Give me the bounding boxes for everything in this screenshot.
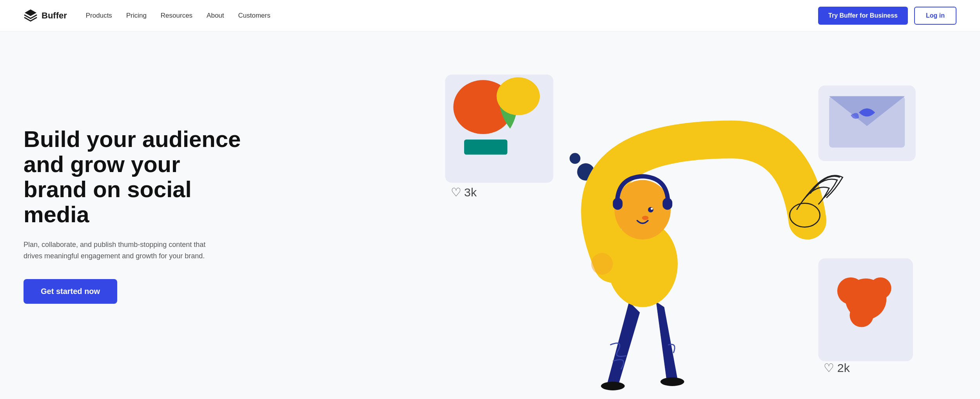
svg-point-15 [651, 208, 653, 210]
hero-title: Build your audience and grow your brand … [24, 127, 243, 227]
svg-point-6 [661, 377, 684, 386]
svg-point-14 [648, 207, 653, 212]
hero-content: Build your audience and grow your brand … [24, 127, 243, 304]
login-button[interactable]: Log in [914, 7, 956, 25]
svg-rect-12 [662, 198, 672, 210]
card1-like: 3k [464, 186, 477, 199]
logo-link[interactable]: Buffer [24, 9, 67, 23]
svg-rect-3 [464, 140, 507, 155]
svg-point-9 [797, 210, 818, 231]
try-buffer-button[interactable]: Try Buffer for Business [818, 7, 908, 25]
get-started-button[interactable]: Get started now [24, 279, 117, 304]
svg-text:♡: ♡ [824, 361, 834, 374]
svg-point-2 [497, 77, 540, 115]
svg-point-22 [870, 277, 891, 299]
nav-item-customers[interactable]: Customers [238, 12, 270, 19]
logo-text: Buffer [42, 11, 67, 21]
hero-subtitle: Plan, collaborate, and publish thumb-sto… [24, 239, 212, 262]
buffer-logo-icon [24, 9, 38, 23]
svg-point-23 [850, 303, 874, 327]
svg-text:♡: ♡ [451, 186, 461, 199]
svg-rect-11 [613, 198, 622, 210]
nav-item-resources[interactable]: Resources [161, 12, 192, 19]
svg-point-5 [601, 382, 625, 390]
card-abstract: ♡ 3k [445, 74, 554, 198]
nav-links: Products Pricing Resources About Custome… [86, 12, 270, 20]
nav-item-about[interactable]: About [207, 12, 224, 19]
nav-actions: Try Buffer for Business Log in [818, 7, 956, 25]
svg-point-10 [614, 180, 670, 239]
card-blob: ♡ 2k [818, 258, 913, 374]
nav-item-products[interactable]: Products [86, 12, 112, 19]
card-envelope [818, 85, 916, 161]
hero-section: Build your audience and grow your brand … [0, 31, 980, 399]
character-legs [601, 302, 684, 390]
hero-illustration: ♡ 3k [343, 31, 980, 399]
svg-point-21 [837, 277, 864, 305]
svg-point-13 [642, 216, 649, 220]
dot-small [570, 153, 581, 164]
svg-point-8 [591, 253, 613, 275]
card2-like: 2k [837, 361, 850, 374]
illustration-svg: ♡ 3k [343, 31, 980, 399]
navbar: Buffer Products Pricing Resources About … [0, 0, 980, 31]
nav-item-pricing[interactable]: Pricing [126, 12, 147, 19]
